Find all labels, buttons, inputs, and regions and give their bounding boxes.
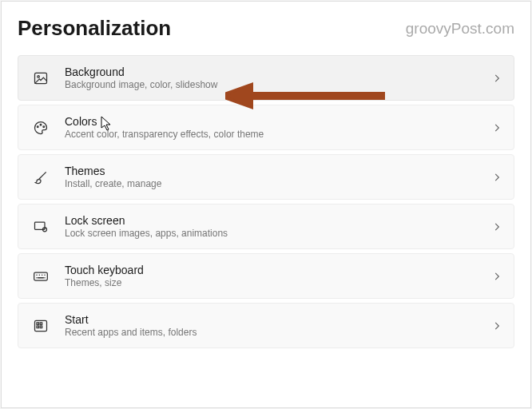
start-icon	[30, 315, 52, 337]
chevron-right-icon	[491, 221, 502, 232]
item-subtitle: Install, create, manage	[65, 178, 491, 189]
svg-point-4	[43, 125, 45, 127]
item-title: Touch keyboard	[65, 264, 491, 276]
svg-rect-7	[34, 272, 48, 280]
item-title: Start	[65, 313, 491, 326]
svg-point-1	[38, 75, 40, 77]
text-wrap: Start Recent apps and items, folders	[65, 313, 491, 338]
item-subtitle: Lock screen images, apps, animations	[65, 228, 491, 239]
item-title: Themes	[65, 165, 491, 177]
text-wrap: Lock screen Lock screen images, apps, an…	[65, 214, 491, 239]
header: Personalization groovyPost.com	[18, 16, 514, 41]
setting-item-background[interactable]: Background Background image, color, slid…	[18, 55, 514, 101]
text-wrap: Colors Accent color, transparency effect…	[65, 115, 491, 140]
svg-rect-10	[40, 322, 42, 324]
setting-item-touchkeyboard[interactable]: Touch keyboard Themes, size	[18, 253, 514, 299]
palette-icon	[30, 117, 52, 139]
item-subtitle: Recent apps and items, folders	[65, 327, 491, 338]
item-title: Lock screen	[65, 214, 491, 227]
picture-icon	[30, 67, 52, 89]
item-title: Colors	[65, 115, 491, 128]
text-wrap: Background Background image, color, slid…	[65, 66, 491, 90]
svg-rect-12	[40, 326, 42, 328]
keyboard-icon	[30, 265, 52, 288]
svg-point-3	[40, 124, 42, 125]
item-subtitle: Accent color, transparency effects, colo…	[65, 129, 491, 140]
chevron-right-icon	[491, 73, 502, 84]
text-wrap: Touch keyboard Themes, size	[65, 264, 491, 288]
brush-icon	[30, 166, 52, 189]
item-subtitle: Themes, size	[65, 277, 491, 288]
settings-window: Personalization groovyPost.com Backgroun…	[1, 1, 531, 408]
watermark: groovyPost.com	[406, 20, 514, 38]
item-title: Background	[65, 66, 491, 78]
setting-item-lockscreen[interactable]: Lock screen Lock screen images, apps, an…	[18, 204, 514, 249]
text-wrap: Themes Install, create, manage	[65, 165, 491, 189]
chevron-right-icon	[491, 122, 502, 133]
item-subtitle: Background image, color, slideshow	[65, 79, 491, 90]
chevron-right-icon	[491, 271, 502, 282]
setting-item-themes[interactable]: Themes Install, create, manage	[18, 154, 514, 200]
svg-rect-11	[37, 326, 39, 328]
lockscreen-icon	[30, 216, 52, 238]
chevron-right-icon	[491, 320, 502, 332]
setting-item-start[interactable]: Start Recent apps and items, folders	[18, 303, 514, 348]
settings-list: Background Background image, color, slid…	[18, 55, 514, 348]
page-title: Personalization	[18, 16, 171, 41]
svg-rect-9	[37, 322, 39, 324]
svg-point-2	[37, 125, 38, 127]
setting-item-colors[interactable]: Colors Accent color, transparency effect…	[18, 105, 514, 150]
chevron-right-icon	[491, 172, 502, 183]
